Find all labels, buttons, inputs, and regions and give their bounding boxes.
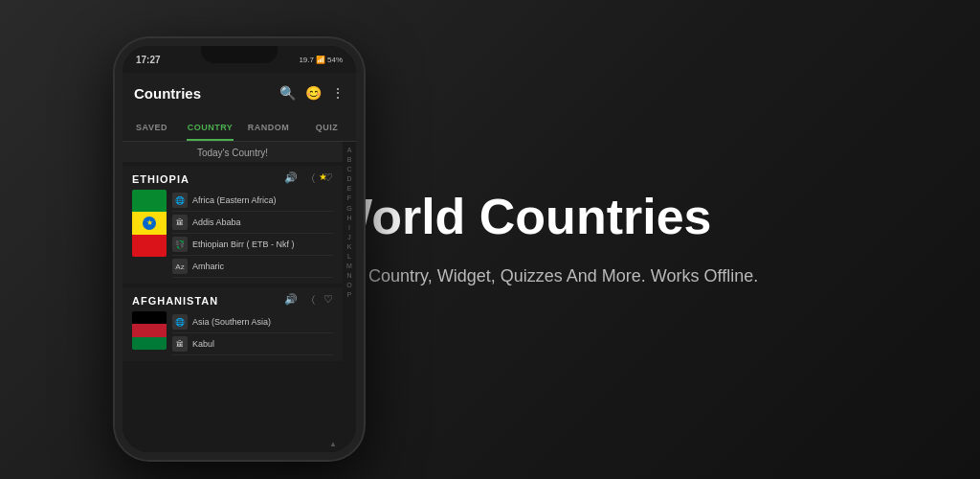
- alpha-a[interactable]: A: [347, 146, 352, 154]
- language-text: Amharic: [192, 262, 224, 271]
- share-icon-2[interactable]: 〈: [305, 293, 316, 308]
- alpha-l[interactable]: L: [347, 252, 351, 261]
- alphabet-sidebar[interactable]: A B C D E F G H I J K L M N O P: [343, 142, 356, 452]
- alpha-i[interactable]: I: [348, 223, 350, 232]
- alpha-c[interactable]: C: [346, 165, 351, 173]
- today-label: Today's Country!: [132, 148, 333, 158]
- tab-bar: SAVED COUNTRY RANDOM QUIZ: [122, 113, 356, 142]
- sound-icon[interactable]: 🔊: [284, 171, 298, 186]
- ethiopia-name: ETHIOPIA: [132, 173, 189, 185]
- tab-saved[interactable]: SAVED: [122, 113, 181, 141]
- afghanistan-actions: 🔊 〈 ♡: [284, 293, 333, 308]
- hero-subtitle: Daily Country, Widget, Quizzes And More.…: [325, 263, 758, 289]
- status-icons: 19.7 📶 54%: [299, 56, 343, 64]
- phone-mockup: 17:27 19.7 📶 54% Countries 🔍 😊 ⋮ SAVED C…: [115, 38, 364, 460]
- flag-green-afg: [132, 337, 167, 350]
- currency-text: Ethiopian Birr ( ETB - Nkf ): [192, 240, 295, 249]
- status-time: 17:27: [136, 55, 161, 65]
- afg-capital-icon: 🏛: [172, 336, 188, 352]
- capital-text: Addis Ababa: [192, 217, 241, 227]
- alpha-h[interactable]: H: [346, 214, 351, 222]
- afghanistan-flag-row: 🌐 Asia (Southern Asia) 🏛 Kabul: [132, 311, 333, 355]
- region-row: 🌐 Africa (Eastern Africa): [172, 190, 333, 212]
- afg-region-text: Asia (Southern Asia): [192, 317, 271, 327]
- region-text: Africa (Eastern Africa): [192, 195, 277, 205]
- ethiopia-details: 🌐 Africa (Eastern Africa) 🏛 Addis Ababa …: [172, 190, 333, 278]
- afghanistan-card: AFGHANISTAN 🔊 〈 ♡: [122, 287, 343, 361]
- main-scroll: Today's Country! ★ ETHIOPIA 🔊 〈 ♡: [122, 142, 343, 452]
- wifi-icon: 📶: [316, 56, 325, 64]
- currency-icon: 💱: [172, 237, 188, 252]
- flag-green: [132, 190, 167, 212]
- star-icon[interactable]: ★: [319, 171, 327, 182]
- afghanistan-header: AFGHANISTAN 🔊 〈 ♡: [132, 293, 333, 308]
- ethiopia-flag-row: 🌐 Africa (Eastern Africa) 🏛 Addis Ababa …: [132, 190, 333, 278]
- alpha-m[interactable]: M: [346, 262, 352, 270]
- alpha-o[interactable]: O: [346, 281, 351, 289]
- afghanistan-name: AFGHANISTAN: [132, 295, 218, 307]
- afg-globe-icon: 🌐: [172, 314, 188, 330]
- favorite-icon-2[interactable]: ♡: [323, 293, 333, 308]
- hero-title: World Countries: [325, 190, 711, 244]
- language-row: Az Amharic: [172, 256, 333, 278]
- globe-icon: 🌐: [172, 193, 188, 208]
- capital-row: 🏛 Addis Ababa: [172, 212, 333, 234]
- alpha-n[interactable]: N: [346, 271, 351, 280]
- afg-capital-row: 🏛 Kabul: [172, 333, 333, 355]
- afg-capital-text: Kabul: [192, 339, 214, 349]
- flag-red: [132, 235, 167, 257]
- alpha-g[interactable]: G: [346, 204, 351, 213]
- tab-quiz[interactable]: QUIZ: [298, 113, 356, 141]
- flag-yellow: [132, 212, 167, 234]
- emoji-icon[interactable]: 😊: [305, 85, 322, 101]
- network-icon: 19.7: [299, 56, 314, 64]
- phone-notch: [201, 46, 278, 63]
- alpha-b[interactable]: B: [347, 155, 352, 164]
- alpha-f[interactable]: F: [347, 194, 351, 202]
- search-icon[interactable]: 🔍: [279, 85, 296, 101]
- capital-icon: 🏛: [172, 215, 188, 230]
- flag-black: [132, 311, 167, 324]
- tab-country[interactable]: COUNTRY: [181, 113, 239, 141]
- scroll-arrow: ▲: [329, 440, 337, 448]
- afg-region-row: 🌐 Asia (Southern Asia): [172, 311, 333, 333]
- afghanistan-details: 🌐 Asia (Southern Asia) 🏛 Kabul: [172, 311, 333, 355]
- alpha-p[interactable]: P: [347, 290, 352, 299]
- battery-icon: 54%: [327, 56, 343, 64]
- app-title: Countries: [134, 85, 201, 102]
- scroll-content: Today's Country! ★ ETHIOPIA 🔊 〈 ♡: [122, 142, 356, 452]
- eth-star: [143, 217, 156, 230]
- tab-random[interactable]: RANDOM: [239, 113, 298, 141]
- ethiopia-header: ETHIOPIA 🔊 〈 ♡: [132, 171, 333, 186]
- afghanistan-flag: [132, 311, 167, 350]
- language-icon: Az: [172, 259, 188, 274]
- today-banner: Today's Country!: [122, 142, 343, 162]
- sound-icon-2[interactable]: 🔊: [284, 293, 298, 308]
- share-icon[interactable]: 〈: [305, 171, 316, 186]
- alpha-e[interactable]: E: [347, 184, 352, 193]
- alpha-j[interactable]: J: [347, 233, 351, 241]
- app-bar: Countries 🔍 😊 ⋮: [122, 73, 356, 113]
- alpha-d[interactable]: D: [346, 174, 351, 183]
- ethiopia-card: ★ ETHIOPIA 🔊 〈 ♡: [122, 166, 343, 284]
- currency-row: 💱 Ethiopian Birr ( ETB - Nkf ): [172, 234, 333, 256]
- flag-red-afg: [132, 324, 167, 336]
- app-bar-icons: 🔍 😊 ⋮: [279, 85, 345, 101]
- more-icon[interactable]: ⋮: [331, 85, 345, 101]
- alpha-k[interactable]: K: [347, 242, 352, 251]
- phone-screen: 17:27 19.7 📶 54% Countries 🔍 😊 ⋮ SAVED C…: [115, 38, 364, 460]
- ethiopia-flag: [132, 190, 167, 257]
